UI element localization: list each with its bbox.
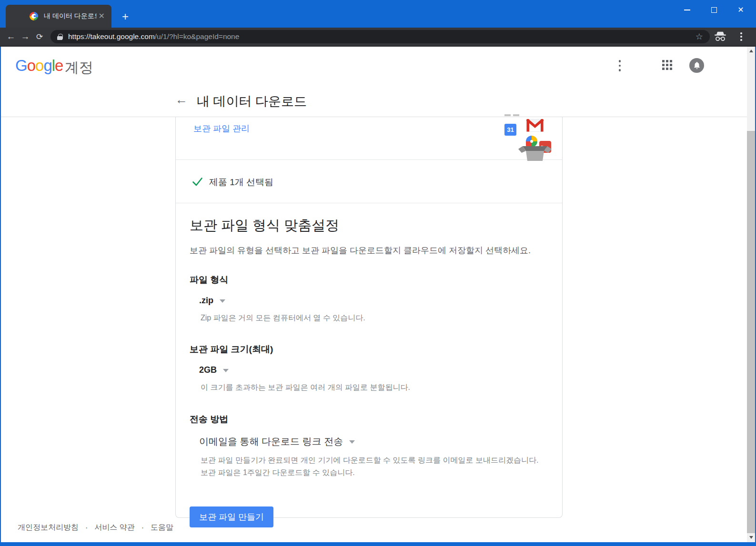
window-border [0, 542, 756, 546]
chevron-down-icon [349, 440, 355, 444]
delivery-method-value: 이메일을 통해 다운로드 링크 전송 [199, 435, 343, 448]
file-type-value: .zip [199, 296, 213, 306]
archive-size-label: 보관 파일 크기(최대) [190, 343, 548, 356]
browser-window: 내 데이터 다운로드 ✕ + ✕ ← → ⟳ https://takeout.g… [0, 0, 756, 546]
plus-icon: + [122, 10, 129, 23]
customize-title: 보관 파일 형식 맞춤설정 [190, 203, 548, 235]
minimize-icon [684, 10, 690, 10]
notifications-button[interactable] [689, 58, 704, 73]
customize-section: 보관 파일 형식 맞춤설정 보관 파일의 유형을 선택하고 보관 파일을 다운로… [176, 203, 562, 527]
create-archive-button[interactable]: 보관 파일 만들기 [190, 506, 273, 527]
back-nav-button[interactable]: ← [175, 92, 188, 107]
footer-separator: · [85, 524, 88, 532]
google-favicon-icon [30, 12, 38, 20]
takeout-illustration: 31 [500, 117, 557, 160]
terms-link[interactable]: 서비스 약관 [94, 523, 134, 533]
maximize-button[interactable] [703, 0, 725, 20]
triangle-up-icon [749, 50, 753, 52]
triangle-down-icon [749, 536, 753, 539]
page-overflow-menu-button[interactable] [615, 59, 624, 73]
file-type-help: Zip 파일은 거의 모든 컴퓨터에서 열 수 있습니다. [201, 312, 548, 324]
calendar-icon: 31 [504, 124, 516, 136]
browser-toolbar: ← → ⟳ https://takeout.google.com/u/1/?hl… [0, 28, 756, 46]
selection-status-section: 제품 1개 선택됨 [176, 160, 562, 203]
cutoff-icon-fragment [513, 114, 519, 116]
scrollbar-down-button[interactable] [747, 533, 755, 541]
kebab-icon [740, 32, 742, 34]
scrollbar-up-button[interactable] [747, 47, 755, 55]
manage-archives-link[interactable]: 보관 파일 관리 [193, 123, 250, 134]
browser-tab[interactable]: 내 데이터 다운로드 ✕ [6, 5, 111, 28]
page-subheader: ← 내 데이터 다운로드 [1, 85, 755, 117]
google-apps-button[interactable] [662, 60, 673, 70]
scrollbar-track[interactable] [747, 47, 755, 542]
archive-size-value: 2GB [199, 365, 217, 375]
browser-titlebar: 내 데이터 다운로드 ✕ + ✕ [0, 0, 756, 28]
lock-icon [57, 34, 62, 40]
browser-menu-button[interactable] [736, 31, 746, 42]
arrow-left-icon: ← [7, 31, 16, 42]
cutoff-icon-fragment [504, 114, 511, 116]
arrow-right-icon: → [21, 31, 30, 42]
customize-description: 보관 파일의 유형을 선택하고 보관 파일을 다운로드할지 클라우드에 저장할지… [190, 245, 548, 256]
url-domain: https://takeout.google.com [68, 32, 155, 40]
chevron-down-icon [223, 369, 229, 372]
incognito-icon [714, 31, 727, 42]
delivery-method-help: 보관 파일 만들기가 완료되면 개인 기기에 다운로드할 수 있도록 링크를 이… [201, 454, 548, 479]
tab-close-icon[interactable]: ✕ [97, 11, 107, 21]
google-logo[interactable]: Google [15, 57, 63, 75]
reload-button[interactable]: ⟳ [31, 28, 48, 46]
url-path: /u/1/?hl=ko&pageId=none [155, 32, 240, 40]
page-footer: 개인정보처리방침 · 서비스 약관 · 도움말 [18, 523, 173, 533]
footer-separator: · [141, 524, 144, 532]
account-product-label: 계정 [65, 58, 93, 78]
app-header: Google 계정 [1, 47, 755, 85]
tab-title: 내 데이터 다운로드 [44, 12, 97, 20]
takeout-page: Google 계정 ← 내 데이터 다운로드 보관 파일 관리 31 [1, 47, 755, 542]
close-icon: ✕ [737, 6, 744, 14]
new-tab-button[interactable]: + [118, 10, 132, 24]
address-bar[interactable]: https://takeout.google.com/u/1/?hl=ko&pa… [50, 30, 710, 43]
maximize-icon [711, 7, 717, 13]
arrow-left-icon: ← [175, 92, 188, 107]
url-text: https://takeout.google.com/u/1/?hl=ko&pa… [68, 32, 694, 41]
delivery-method-label: 전송 방법 [190, 413, 548, 426]
archive-size-help: 이 크기를 초과하는 보관 파일은 여러 개의 파일로 분할됩니다. [201, 381, 548, 394]
page-title: 내 데이터 다운로드 [197, 93, 307, 110]
gmail-icon [526, 119, 544, 134]
manage-archives-section: 보관 파일 관리 31 [176, 117, 562, 160]
privacy-policy-link[interactable]: 개인정보처리방침 [18, 523, 79, 533]
archive-size-dropdown[interactable]: 2GB [199, 365, 548, 375]
bell-icon [693, 61, 701, 69]
grid-icon [662, 60, 665, 62]
back-button[interactable]: ← [3, 28, 19, 46]
takeout-card: 보관 파일 관리 31 [175, 117, 563, 518]
selected-products-status: 제품 1개 선택됨 [209, 176, 273, 189]
bookmark-star-icon[interactable]: ☆ [694, 31, 705, 42]
file-type-dropdown[interactable]: .zip [199, 296, 548, 306]
delivery-method-dropdown[interactable]: 이메일을 통해 다운로드 링크 전송 [199, 435, 548, 448]
close-window-button[interactable]: ✕ [730, 0, 752, 20]
reload-icon: ⟳ [36, 32, 43, 42]
file-type-label: 파일 형식 [190, 274, 548, 286]
chevron-down-icon [220, 299, 225, 303]
scrollbar-thumb[interactable] [747, 131, 755, 533]
check-icon [192, 176, 203, 189]
forward-button[interactable]: → [17, 28, 33, 46]
help-link[interactable]: 도움말 [151, 523, 173, 533]
kebab-icon [619, 60, 621, 62]
minimize-button[interactable] [676, 0, 698, 20]
